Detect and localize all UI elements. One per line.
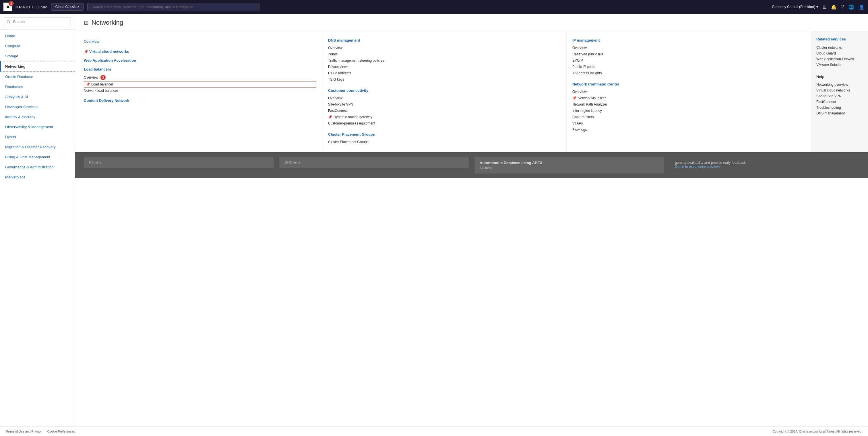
related-vmware[interactable]: VMware Solution: [816, 62, 862, 68]
oracle-logo: ORACLE Cloud: [16, 5, 48, 9]
region-chevron: ▾: [816, 5, 818, 9]
help-networking-overview[interactable]: Networking overview: [816, 82, 862, 88]
customer-connectivity-title[interactable]: Customer connectivity: [328, 88, 561, 93]
region-label: Germany Central (Frankfurt): [772, 5, 815, 9]
help-vcn[interactable]: Virtual cloud networks: [816, 88, 862, 93]
load-balancers-title[interactable]: Load balancers: [84, 67, 316, 71]
lb-pin-icon: 📌: [86, 82, 90, 86]
ncc-flow-logs-item[interactable]: Flow logs: [572, 127, 805, 133]
sidebar-item-storage[interactable]: Storage: [0, 51, 75, 61]
ip-overview-item[interactable]: Overview: [572, 45, 805, 51]
dns-private-views-item[interactable]: Private views: [328, 64, 561, 70]
cdn-title[interactable]: Content Delivery Network: [84, 98, 316, 103]
bottom-opt-in: general availability and provide early f…: [670, 157, 860, 173]
sidebar-item-developer-services[interactable]: Developer Services: [0, 102, 75, 112]
related-cluster-networks[interactable]: Cluster networks: [816, 45, 862, 51]
sidebar-item-compute[interactable]: Compute: [0, 41, 75, 51]
cc-overview-item[interactable]: Overview: [328, 95, 561, 101]
ip-management-title[interactable]: IP management: [572, 38, 805, 42]
ncc-title[interactable]: Network Command Center: [572, 82, 805, 86]
vcn-title[interactable]: 📌 Virtual cloud networks: [84, 49, 316, 54]
sidebar-item-migration[interactable]: Migration & Disaster Recovery: [0, 142, 75, 152]
cc-drg-item[interactable]: 📌 Dynamic routing gateway: [328, 114, 561, 120]
sidebar-item-identity-security[interactable]: Identity & Security: [0, 112, 75, 122]
sidebar-item-analytics-ai[interactable]: Analytics & AI: [0, 92, 75, 102]
page-header: ⊞ Networking: [75, 14, 868, 31]
bottom-card-3-title: Autonomous Database using APEX: [479, 161, 659, 165]
cluster-placement-item[interactable]: Cluster Placement Groups: [328, 139, 561, 145]
cc-vpn-item[interactable]: Site-to-Site VPN: [328, 101, 561, 107]
dns-tsig-item[interactable]: TSIG keys: [328, 76, 561, 82]
bottom-card-1: 6-8 mins: [84, 157, 274, 168]
bottom-card-3: Autonomous Database using APEX 3-5 mins: [474, 157, 664, 173]
waa-section: Web Application Acceleration: [84, 58, 316, 63]
ncc-visualizer-item[interactable]: 📌 Network visualizer: [572, 95, 805, 101]
cc-cpe-item[interactable]: Customer-premises equipment: [328, 120, 561, 127]
sidebar-item-networking[interactable]: Networking: [0, 61, 75, 72]
cdn-section: Content Delivery Network: [84, 98, 316, 103]
sidebar-search-input[interactable]: [4, 17, 71, 26]
sidebar-item-governance[interactable]: Governance & Administration: [0, 162, 75, 172]
nav-badge-1: 1: [9, 1, 14, 6]
help-troubleshooting[interactable]: Troubleshooting: [816, 105, 862, 110]
cc-fastconnect-item[interactable]: FastConnect: [328, 107, 561, 114]
console-icon[interactable]: ⊡: [823, 4, 826, 10]
page-title: Networking: [92, 19, 123, 26]
related-waf[interactable]: Web Application Firewall: [816, 56, 862, 62]
ip-pools-item[interactable]: Public IP pools: [572, 64, 805, 70]
bottom-card-1-time: 6-8 mins: [89, 161, 268, 164]
sidebar-item-databases[interactable]: Databases: [0, 82, 75, 92]
sidebar-nav: Home Compute Storage Networking Oracle D…: [0, 30, 75, 436]
related-cloud-guard[interactable]: Cloud Guard: [816, 51, 862, 56]
load-balancer-item[interactable]: 📌 Load balancer: [84, 81, 316, 88]
network-lb-item[interactable]: Network load balancer: [84, 88, 316, 94]
opt-in-link[interactable]: Opt in to experience previews: [675, 165, 720, 169]
sidebar-item-observability[interactable]: Observability & Management: [0, 122, 75, 132]
help-title: Help: [816, 75, 862, 79]
ncc-overview-item[interactable]: Overview: [572, 89, 805, 95]
waa-title[interactable]: Web Application Acceleration: [84, 58, 316, 63]
ncc-capture-item[interactable]: Capture filters: [572, 114, 805, 120]
dns-zones-item[interactable]: Zones: [328, 51, 561, 57]
dns-title[interactable]: DNS management: [328, 38, 561, 42]
help-icon[interactable]: ?: [841, 4, 844, 9]
sidebar-item-hybrid[interactable]: Hybrid: [0, 132, 75, 142]
ip-byoip-item[interactable]: BYOIP: [572, 57, 805, 64]
overview-link[interactable]: Overview: [84, 38, 316, 45]
help-vpn[interactable]: Site-to-Site VPN: [816, 93, 862, 99]
sidebar-item-oracle-database[interactable]: Oracle Database: [0, 72, 75, 82]
cloud-brand-text: Cloud: [36, 5, 48, 9]
oracle-brand-text: ORACLE: [16, 5, 35, 9]
ncc-pin-icon: 📌: [572, 96, 577, 100]
region-selector[interactable]: Germany Central (Frankfurt) ▾: [772, 5, 818, 9]
dns-overview-item[interactable]: Overview: [328, 45, 561, 51]
sidebar-item-home[interactable]: Home: [0, 31, 75, 41]
user-icon[interactable]: 👤: [859, 4, 865, 10]
ncc-path-analyzer-item[interactable]: Network Path Analyzer: [572, 101, 805, 107]
footer-left: Terms of Use and Privacy Cookie Preferen…: [6, 430, 80, 433]
ip-reserved-item[interactable]: Reserved public IPs: [572, 51, 805, 57]
lb-overview-item[interactable]: Overview 3: [84, 74, 316, 81]
ncc-vtaps-item[interactable]: VTAPs: [572, 120, 805, 127]
bottom-promo-section: 6-8 mins 15-20 mins Autonomous Database …: [75, 152, 868, 178]
sidebar-item-billing[interactable]: Billing & Cost Management: [0, 152, 75, 162]
globe-icon[interactable]: 🌐: [848, 4, 854, 10]
bell-icon[interactable]: 🔔: [831, 4, 837, 10]
close-nav-button[interactable]: ✕ 1: [3, 3, 12, 11]
dns-traffic-item[interactable]: Traffic management steering policies: [328, 57, 561, 64]
customer-connectivity-section: Customer connectivity Overview Site-to-S…: [328, 88, 561, 127]
menu-col-3: IP management Overview Reserved public I…: [566, 31, 811, 152]
networking-menu: Overview 📌 Virtual cloud networks Web Ap…: [75, 31, 868, 152]
global-search-input[interactable]: [87, 3, 259, 11]
ncc-inter-region-item[interactable]: Inter-region latency: [572, 107, 805, 114]
cookie-link[interactable]: Cookie Preferences: [47, 430, 75, 433]
cluster-placement-title[interactable]: Cluster Placement Groups: [328, 132, 561, 137]
help-dns[interactable]: DNS management: [816, 110, 862, 116]
ip-management-section: IP management Overview Reserved public I…: [572, 38, 805, 76]
ip-insights-item[interactable]: IP Address Insights: [572, 70, 805, 76]
cloud-classic-button[interactable]: Cloud Classic >: [51, 3, 84, 11]
help-fastconnect[interactable]: FastConnect: [816, 99, 862, 105]
dns-http-redirects-item[interactable]: HTTP redirects: [328, 70, 561, 76]
terms-link[interactable]: Terms of Use and Privacy: [6, 430, 42, 433]
sidebar-item-marketplace[interactable]: Marketplace: [0, 172, 75, 182]
